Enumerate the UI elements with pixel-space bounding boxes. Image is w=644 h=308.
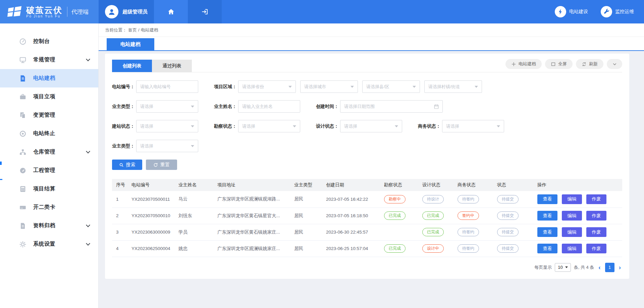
column-header: 业主类型 — [290, 179, 322, 191]
page-tab-station-archive[interactable]: 电站建档 — [107, 38, 154, 50]
filter-text-input[interactable]: 请输入业主姓名 — [238, 100, 300, 113]
tab-create-list[interactable]: 创建列表 — [112, 60, 152, 72]
chevron-down-icon — [86, 149, 90, 153]
tab-passed-list[interactable]: 通过列表 — [152, 60, 192, 72]
survey-status-cell: 已完成 — [380, 207, 418, 224]
filter-select[interactable]: 请选择城市 — [300, 80, 358, 93]
sidebar: 控制台常规管理电站建档项目立项变更管理电站终止仓库管理工程管理项目结算开二类卡资… — [0, 23, 99, 308]
lightning-icon — [555, 6, 566, 17]
breadcrumb-label: 当前位置： — [105, 27, 127, 33]
view-button[interactable]: 查看 — [537, 194, 557, 204]
filter-select[interactable]: 请选择 — [340, 120, 402, 132]
fullscreen-button[interactable]: 全屏 — [545, 59, 573, 69]
chevron-down-icon — [565, 266, 568, 268]
sidebar-item-warehouse-management[interactable]: 仓库管理 — [0, 143, 98, 161]
sidebar-item-project-initiation[interactable]: 项目立项 — [0, 87, 98, 106]
void-button[interactable]: 作废 — [586, 194, 606, 204]
home-icon — [167, 8, 175, 15]
sidebar-item-label: 项目结算 — [33, 185, 55, 192]
filter-form: 电站编号：请输入电站编号项目区域：请选择省份请选择城市请选择县/区请选择村镇/街… — [112, 80, 622, 152]
status-badge: 待提交 — [497, 244, 519, 253]
edit-button[interactable]: 编辑 — [562, 194, 582, 204]
filter-select[interactable]: 请选择 — [136, 140, 198, 152]
user-menu[interactable]: 超级管理员 — [99, 0, 154, 23]
filter-select[interactable]: 请选择 — [136, 100, 198, 113]
filter-select[interactable]: 请选择村镇/街道 — [424, 80, 482, 93]
status-badge: 待签约 — [458, 195, 479, 203]
placeholder-text: 请选择日期范围 — [344, 104, 375, 110]
column-header: 业主姓名 — [174, 179, 213, 191]
sidebar-item-engineering-management[interactable]: 工程管理 — [0, 161, 98, 180]
filter-select[interactable]: 请选择县/区 — [362, 80, 420, 93]
void-button[interactable]: 作废 — [586, 244, 606, 253]
placeholder-text: 请选择县/区 — [366, 84, 389, 90]
collapse-button[interactable] — [607, 59, 622, 69]
table-row: 4YX2023062500004姚忠广东深圳龙华区观澜镇姚家庄...居民2023… — [112, 240, 622, 257]
sidebar-item-general-management[interactable]: 常规管理 — [0, 51, 98, 69]
sidebar-item-project-settlement[interactable]: 项目结算 — [0, 180, 98, 198]
logout-button[interactable] — [188, 0, 222, 23]
filter-actions: 搜索 重置 — [112, 160, 622, 170]
prev-page-button[interactable]: ‹ — [597, 264, 602, 270]
column-header: 操作 — [533, 179, 622, 191]
chevron-down-icon — [612, 62, 617, 67]
sidebar-item-label: 控制台 — [33, 38, 50, 45]
calculator-icon — [19, 185, 26, 193]
sidebar-item-system-settings[interactable]: 系统设置 — [0, 235, 98, 253]
view-button[interactable]: 查看 — [537, 244, 557, 253]
next-page-button[interactable]: › — [618, 264, 622, 270]
filter-group: 业主类型：请选择 — [112, 140, 198, 152]
sidebar-item-change-management[interactable]: 变更管理 — [0, 106, 98, 124]
chevron-down-icon — [191, 145, 194, 147]
sidebar-item-station-archive[interactable]: 电站建档 — [0, 69, 98, 87]
reset-button[interactable]: 重置 — [146, 160, 177, 170]
column-header: 商务状态 — [453, 179, 493, 191]
chevron-down-icon — [293, 125, 296, 127]
main-area: 当前位置： 首页 / 电站建档 电站建档 创建列表通过列表 电站建档全屏刷新 电… — [99, 23, 644, 308]
filter-date-input[interactable]: 请选择日期范围 — [340, 100, 443, 113]
sidebar-item-label: 仓库管理 — [33, 148, 55, 156]
logo[interactable]: 破茧云伏 Po Jian Yun Fu 代理端 — [0, 0, 99, 23]
header-nav-station-build[interactable]: 电站建设 — [555, 6, 588, 17]
placeholder-text: 请输入业主姓名 — [242, 104, 273, 110]
sidebar-item-station-termination[interactable]: 电站终止 — [0, 124, 98, 143]
column-header: 电站编号 — [127, 179, 174, 191]
view-button[interactable]: 查看 — [537, 211, 557, 221]
filter-select[interactable]: 请选择 — [442, 120, 504, 132]
project-address: 广东深圳龙华区观澜镇姚家庄... — [213, 240, 290, 257]
placeholder-text: 请选择 — [140, 104, 153, 110]
edit-button[interactable]: 编辑 — [562, 244, 582, 253]
view-button[interactable]: 查看 — [537, 227, 557, 237]
refresh-button[interactable]: 刷新 — [576, 59, 603, 69]
sidebar-item-label: 项目立项 — [33, 93, 55, 100]
edit-button[interactable]: 编辑 — [562, 227, 582, 237]
header-nav-monitor-ops[interactable]: 监控运维 — [601, 6, 634, 17]
design-status-cell: 已完成 — [418, 224, 453, 240]
survey-status-cell — [380, 224, 418, 240]
monitor-icon — [19, 56, 26, 64]
filter-select[interactable]: 请选择 — [136, 120, 198, 132]
home-button[interactable] — [154, 0, 188, 23]
sidebar-item-data-archive[interactable]: 资料归档 — [0, 217, 98, 235]
status-badge: 已完成 — [384, 211, 406, 220]
filter-label: 建站状态： — [112, 123, 136, 129]
page-number-button[interactable]: 1 — [605, 263, 614, 272]
void-button[interactable]: 作废 — [586, 211, 606, 221]
filter-select[interactable]: 请选择省份 — [238, 80, 296, 93]
edit-button[interactable]: 编辑 — [562, 211, 582, 221]
per-page-select[interactable]: 10 — [555, 263, 571, 272]
sidebar-item-label: 电站终止 — [33, 130, 55, 137]
search-button[interactable]: 搜索 — [112, 160, 142, 170]
owner-name: 姚忠 — [174, 240, 213, 257]
status-badge: 待签约 — [458, 228, 479, 236]
filter-text-input[interactable]: 请输入电站编号 — [136, 80, 198, 93]
sidebar-item-console[interactable]: 控制台 — [0, 32, 98, 51]
add-station-button[interactable]: 电站建档 — [505, 59, 542, 69]
breadcrumb-home-link[interactable]: 首页 — [128, 27, 137, 33]
status-badge: 待提交 — [497, 195, 519, 203]
sidebar-item-second-type-card[interactable]: 开二类卡 — [0, 198, 98, 217]
total-count-label: 条, 共 4 条 — [574, 264, 594, 270]
void-button[interactable]: 作废 — [586, 227, 606, 237]
filter-select[interactable]: 请选择 — [238, 120, 300, 132]
created-date: 2023-07-05 16:42:22 — [322, 191, 380, 207]
